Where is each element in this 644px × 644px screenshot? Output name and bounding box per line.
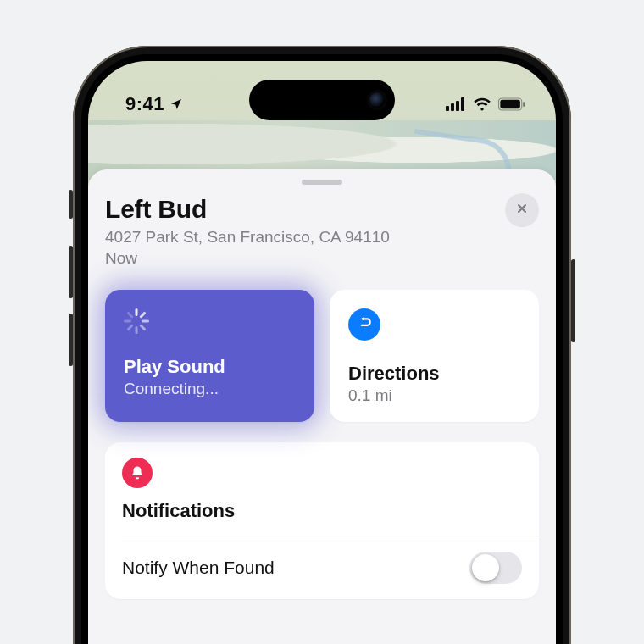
spinner-icon <box>124 308 149 334</box>
play-sound-label: Play Sound <box>124 356 296 378</box>
svg-rect-1 <box>451 103 454 111</box>
notify-when-found-label: Notify When Found <box>122 558 275 578</box>
wifi-icon <box>473 97 491 111</box>
svg-rect-3 <box>461 97 464 111</box>
battery-icon <box>498 97 525 111</box>
bell-icon <box>122 458 153 488</box>
close-button[interactable] <box>505 193 539 227</box>
directions-icon <box>348 308 380 341</box>
device-volume-up <box>69 246 73 298</box>
device-last-seen: Now <box>105 249 498 268</box>
device-mute-switch <box>69 190 73 219</box>
dynamic-island <box>249 80 395 120</box>
status-time: 9:41 <box>125 93 164 115</box>
directions-card[interactable]: Directions 0.1 mi <box>330 290 539 422</box>
device-title: Left Bud <box>105 195 498 224</box>
device-address: 4027 Park St, San Francisco, CA 94110 <box>105 227 498 247</box>
cellular-signal-icon <box>446 97 466 111</box>
device-side-button <box>571 259 575 342</box>
close-icon <box>515 202 529 219</box>
svg-rect-6 <box>523 102 525 107</box>
svg-rect-5 <box>500 100 520 108</box>
svg-rect-0 <box>446 106 449 111</box>
toggle-knob <box>472 554 499 581</box>
device-volume-down <box>69 314 73 366</box>
find-my-device-sheet[interactable]: Left Bud 4027 Park St, San Francisco, CA… <box>88 169 556 644</box>
phone-device-frame: 9:41 <box>73 46 571 644</box>
location-services-icon <box>169 97 183 111</box>
svg-rect-2 <box>456 101 459 111</box>
notify-when-found-toggle[interactable] <box>469 552 522 584</box>
notifications-title: Notifications <box>122 500 522 522</box>
notify-when-found-row[interactable]: Notify When Found <box>122 536 522 599</box>
sheet-grabber[interactable] <box>302 180 342 185</box>
phone-screen: 9:41 <box>88 61 556 644</box>
notifications-section: Notifications Notify When Found <box>105 442 539 599</box>
directions-label: Directions <box>348 363 520 385</box>
play-sound-status: Connecting... <box>124 380 296 398</box>
front-camera <box>369 92 385 108</box>
play-sound-card[interactable]: Play Sound Connecting... <box>105 290 314 422</box>
directions-distance: 0.1 mi <box>348 386 520 405</box>
